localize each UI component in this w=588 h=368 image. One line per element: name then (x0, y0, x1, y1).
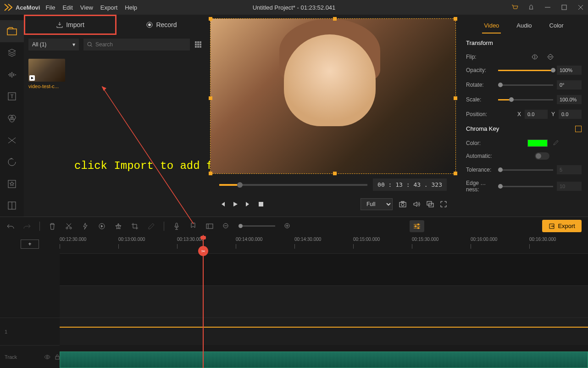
audio-clip[interactable] (60, 351, 588, 368)
pos-x-label: X (517, 111, 521, 117)
automatic-toggle[interactable] (535, 152, 549, 160)
tolerance-label: Tolerance: (466, 167, 494, 173)
chroma-key-checkbox[interactable] (575, 126, 582, 132)
opacity-slider[interactable] (498, 70, 553, 71)
speed-icon[interactable] (81, 222, 89, 230)
cut-icon[interactable] (65, 222, 73, 230)
resize-handle[interactable] (454, 172, 457, 175)
eyedropper-icon[interactable] (552, 140, 559, 146)
opacity-value[interactable]: 100% (557, 66, 582, 75)
sidebar-split-icon[interactable] (0, 195, 24, 217)
chroma-key-header: Chroma Key (466, 125, 499, 132)
flip-horizontal-icon[interactable] (531, 54, 538, 60)
playhead[interactable]: ✂ (203, 235, 204, 368)
menu-view[interactable]: View (80, 4, 93, 11)
menu-edit[interactable]: Edit (62, 4, 72, 11)
detach-icon[interactable] (427, 201, 434, 207)
tab-audio[interactable]: Audio (515, 18, 533, 33)
edge-label: Edge …ness: (466, 180, 494, 193)
edge-slider[interactable] (498, 186, 553, 187)
tab-video[interactable]: Video (482, 18, 501, 33)
export-button[interactable]: Export (542, 220, 582, 232)
search-input[interactable] (95, 41, 186, 48)
sidebar-filters-icon[interactable] (0, 107, 24, 129)
sidebar-audio-icon[interactable] (0, 64, 24, 86)
scrub-thumb[interactable] (237, 182, 243, 188)
rotate-value[interactable]: 0° (557, 80, 582, 89)
media-thumbnail[interactable]: video-test-c... (28, 59, 65, 89)
volume-icon[interactable] (413, 201, 420, 207)
svg-rect-1 (562, 5, 566, 10)
menu-help[interactable]: Help (125, 4, 137, 11)
resize-handle[interactable] (209, 17, 212, 21)
resize-handle[interactable] (333, 172, 337, 175)
eye-icon[interactable] (44, 355, 50, 359)
resize-handle[interactable] (454, 96, 457, 100)
undo-icon[interactable] (6, 222, 15, 230)
snapshot-icon[interactable] (399, 201, 406, 207)
zoom-select[interactable]: Full (361, 198, 393, 210)
add-track-button[interactable]: + (21, 240, 39, 249)
sidebar-text-icon[interactable]: T (0, 86, 24, 108)
record-button[interactable]: Record (116, 15, 206, 35)
tab-color[interactable]: Color (548, 18, 566, 33)
next-frame-icon[interactable] (245, 201, 251, 207)
import-button[interactable]: Import (24, 15, 116, 35)
track-header: 1 (0, 318, 60, 345)
minimize-icon[interactable] (544, 4, 551, 11)
zoom-out-icon[interactable] (222, 222, 230, 230)
sidebar-animations-icon[interactable] (0, 151, 24, 173)
stop-icon[interactable] (258, 201, 264, 207)
playhead-cut-icon[interactable]: ✂ (198, 246, 208, 256)
preview-scrubber: 00 : 13 : 43 . 323 (210, 174, 456, 195)
menu-export[interactable]: Export (100, 4, 118, 11)
resize-handle[interactable] (454, 17, 457, 21)
menu-file[interactable]: File (45, 4, 55, 11)
sidebar-media-icon[interactable] (0, 20, 24, 42)
cart-icon[interactable] (511, 4, 518, 11)
resize-handle[interactable] (209, 172, 212, 175)
maximize-icon[interactable] (560, 4, 568, 11)
scale-value[interactable]: 100.0% (557, 95, 582, 104)
search-box[interactable] (83, 39, 190, 50)
resize-handle[interactable] (209, 96, 212, 100)
tick: 00:13:30.000 (177, 237, 204, 242)
titlebar: AceMovi File Edit View Export Help Untit… (0, 0, 588, 15)
chroma-color-swatch[interactable] (527, 139, 548, 147)
tolerance-slider[interactable] (498, 169, 553, 171)
bell-icon[interactable] (527, 4, 535, 11)
resize-handle[interactable] (333, 17, 337, 21)
ruler-ticks[interactable]: 00:12:30.000 00:13:00.000 00:13:30.000 0… (60, 235, 588, 253)
pos-x-input[interactable] (525, 110, 548, 119)
sidebar-elements-icon[interactable] (0, 173, 24, 195)
svg-point-28 (401, 203, 404, 206)
scale-slider[interactable] (498, 99, 553, 100)
fullscreen-icon[interactable] (440, 201, 447, 207)
media-filter-select[interactable]: All (1) ▾ (28, 39, 79, 50)
timeline-zoom-slider[interactable] (239, 225, 275, 227)
sidebar-transitions-icon[interactable] (0, 129, 24, 151)
edit-icon[interactable] (147, 222, 155, 230)
svg-rect-16 (197, 41, 199, 43)
lock-icon[interactable] (55, 354, 60, 360)
svg-line-24 (102, 86, 194, 224)
svg-rect-20 (200, 44, 201, 45)
timeline-settings-icon[interactable] (410, 220, 424, 232)
sidebar-layers-icon[interactable] (0, 42, 24, 64)
flip-vertical-icon[interactable] (547, 54, 554, 60)
edge-value[interactable]: 10 (557, 182, 582, 191)
zoom-in-icon[interactable] (283, 222, 292, 230)
thumbnail-label: video-test-c... (28, 84, 65, 89)
delete-icon[interactable] (48, 222, 56, 230)
redo-icon[interactable] (23, 222, 31, 230)
tolerance-value[interactable]: 5 (557, 165, 582, 174)
rotate-slider[interactable] (498, 84, 553, 86)
preview-canvas[interactable] (210, 18, 456, 174)
grid-view-icon[interactable] (194, 41, 202, 48)
scrub-track[interactable] (219, 184, 367, 186)
close-icon[interactable] (577, 4, 584, 11)
track-content[interactable] (60, 253, 588, 368)
pos-y-input[interactable] (559, 110, 582, 119)
play-icon[interactable] (232, 201, 239, 207)
pos-y-label: Y (551, 111, 555, 117)
